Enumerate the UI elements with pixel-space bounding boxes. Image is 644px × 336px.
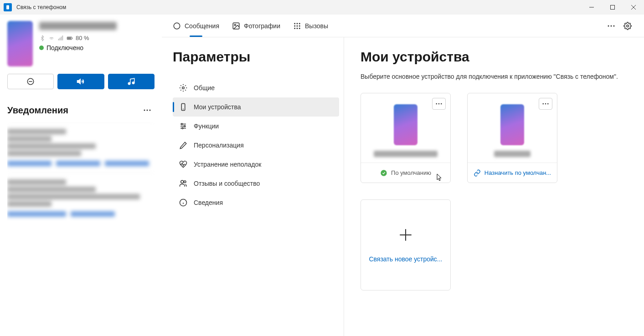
svg-point-49 [436,103,437,105]
bluetooth-icon [39,35,46,41]
top-tabs: Сообщения Фотографии Вызовы [162,15,644,37]
svg-point-33 [613,25,615,26]
nav-troubleshoot[interactable]: Устранение неполадок [173,155,339,174]
left-panel: 80 % Подключено Уведомления [0,15,162,336]
notification-item[interactable] [7,173,155,223]
device-name [39,22,117,30]
svg-point-25 [294,25,295,26]
plus-icon [398,227,413,243]
svg-rect-6 [60,37,61,40]
nav-general[interactable]: Общие [173,78,339,97]
device-thumbnail [394,104,417,145]
music-icon [127,77,135,86]
svg-point-54 [545,103,546,105]
notifications-more-button[interactable] [140,103,155,117]
action-buttons [7,74,155,89]
svg-point-16 [144,110,145,111]
card-footer-default: По умолчанию [361,163,450,183]
svg-point-29 [297,28,298,29]
svg-rect-8 [62,36,63,41]
device-card i0[interactable]: По умолчанию [361,93,451,183]
device-thumbnail [500,104,524,145]
svg-point-31 [608,25,609,26]
svg-point-42 [184,126,185,127]
photos-icon [232,22,240,30]
window-controls [581,0,644,15]
tab-photos[interactable]: Фотографии [226,15,287,37]
window-title: Связь с телефоном [16,4,66,10]
tab-label: Вызовы [305,22,328,30]
battery-percent: 80 % [76,35,89,41]
more-horizontal-icon [542,103,549,105]
messages-icon [173,22,181,30]
status-dot-icon [39,46,44,50]
nav-label: Мои устройства [194,103,241,111]
card-footer-assign[interactable]: Назначить по умолчан... [468,163,557,183]
gear-icon [179,84,187,92]
svg-point-55 [547,103,549,105]
tab-calls[interactable]: Вызовы [287,15,335,37]
svg-point-34 [627,25,629,27]
card-more-button[interactable] [432,98,446,110]
notifications-title: Уведомления [7,105,68,116]
nav-my-devices[interactable]: Мои устройства [173,97,339,117]
svg-point-17 [147,110,148,111]
link-new-device-card[interactable]: Связать новое устройс... [361,199,451,290]
nav-about[interactable]: Сведения [173,193,339,212]
svg-point-35 [182,87,185,89]
maximize-button[interactable] [602,0,623,15]
nav-label: Сведения [194,199,223,206]
dnd-button[interactable] [7,74,54,89]
page-description: Выберите основное устройство для подключ… [361,73,628,80]
more-horizontal-icon [436,103,442,105]
settings-button[interactable] [620,19,635,33]
nav-label: Персонализация [194,142,244,149]
notifications-list [7,122,155,336]
phone-icon [179,103,187,111]
nav-feedback[interactable]: Отзывы и сообщество [173,174,339,193]
svg-point-53 [542,103,544,105]
more-horizontal-icon [608,25,615,27]
minimize-button[interactable] [581,0,602,15]
svg-point-28 [294,28,295,29]
svg-point-15 [132,82,134,84]
dnd-icon [26,77,35,86]
tab-messages[interactable]: Сообщения [166,15,226,37]
device-card i1[interactable]: Назначить по умолчан... [467,93,557,183]
svg-point-30 [299,28,300,29]
connection-status: Подключено [39,44,155,51]
svg-point-23 [297,23,298,24]
svg-point-51 [441,103,442,105]
svg-rect-7 [61,36,62,40]
card-more-button[interactable] [539,98,552,110]
battery-icon [67,35,73,41]
phone-thumbnail [7,21,33,66]
svg-point-50 [438,103,440,105]
app-icon [4,3,12,11]
svg-point-41 [181,123,183,125]
link-icon [474,169,481,177]
svg-point-26 [297,25,298,26]
device-cards: По умолчанию [361,93,628,290]
topbar-more-button[interactable] [604,19,618,33]
gear-icon [623,22,632,30]
assign-label: Назначить по умолчан... [484,169,551,176]
titlebar: Связь с телефоном [0,0,644,15]
svg-point-32 [611,25,612,26]
svg-point-27 [299,25,300,26]
close-button[interactable] [623,0,644,15]
device-header: 80 % Подключено [7,21,155,66]
info-icon [179,199,187,207]
nav-features[interactable]: Функции [173,117,339,136]
nav-personalization[interactable]: Персонализация [173,136,339,155]
svg-point-22 [294,23,295,24]
svg-rect-2 [611,5,615,10]
brush-icon [179,141,187,149]
signal-icon [57,35,64,41]
music-button[interactable] [108,74,155,89]
svg-point-24 [299,23,300,24]
calls-icon [293,22,301,30]
notification-item[interactable] [7,122,155,173]
audio-button[interactable] [57,74,104,89]
svg-rect-10 [67,37,71,39]
